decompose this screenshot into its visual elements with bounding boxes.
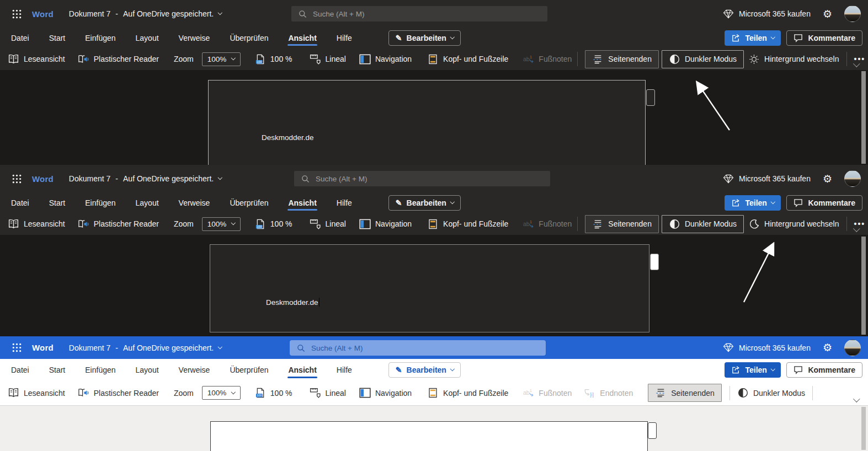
word-logo[interactable]: Word (32, 9, 54, 19)
zoom-100-button[interactable]: 100 100 % (254, 219, 292, 229)
scrollbar[interactable] (861, 407, 866, 450)
teilen-button[interactable]: Teilen (725, 362, 781, 378)
moon-icon (748, 219, 760, 229)
lineal-toggle[interactable]: Lineal (310, 54, 346, 65)
app-launcher-icon[interactable] (6, 336, 28, 359)
seitenenden-toggle[interactable]: Seitenenden (585, 50, 659, 68)
search-input[interactable]: Suche (Alt + M) (291, 6, 547, 22)
word-logo[interactable]: Word (32, 174, 54, 184)
menu-ueberpruefen[interactable]: Überprüfen (230, 359, 268, 380)
menu-einfuegen[interactable]: Einfügen (85, 359, 115, 380)
menu-einfuegen[interactable]: Einfügen (85, 192, 115, 213)
menu-ueberpruefen[interactable]: Überprüfen (230, 192, 268, 213)
hintergrund-wechseln-button[interactable]: Hintergrund wechseln (748, 219, 839, 229)
margin-comment-tab[interactable] (646, 89, 655, 106)
leseansicht-button[interactable]: Leseansicht (8, 388, 65, 398)
dunkler-modus-toggle[interactable]: Dunkler Modus (662, 50, 744, 68)
dunkler-modus-toggle[interactable]: Dunkler Modus (662, 215, 744, 233)
navigation-toggle[interactable]: Navigation (359, 54, 412, 65)
account-avatar[interactable] (844, 6, 861, 22)
dunkler-modus-button[interactable]: Dunkler Modus (737, 388, 805, 398)
seitenenden-toggle[interactable]: Seitenenden (648, 384, 722, 402)
half-circle-icon (669, 219, 680, 229)
menu-ansicht[interactable]: Ansicht (288, 359, 316, 380)
account-avatar[interactable] (844, 340, 861, 356)
hintergrund-wechseln-button[interactable]: Hintergrund wechseln (748, 54, 839, 65)
buy-m365-button[interactable]: Microsoft 365 kaufen (723, 9, 811, 19)
lineal-toggle[interactable]: Lineal (310, 388, 346, 398)
teilen-button[interactable]: Teilen (725, 30, 781, 46)
menu-hilfe[interactable]: Hilfe (337, 359, 352, 380)
kommentare-button[interactable]: Kommentare (786, 30, 862, 46)
account-avatar[interactable] (844, 170, 861, 187)
kopf-fusszeile-button[interactable]: Kopf- und Fußzeile (427, 388, 508, 398)
settings-gear-icon[interactable]: ⚙ (823, 9, 832, 19)
app-launcher-icon[interactable] (6, 0, 28, 28)
menu-start[interactable]: Start (49, 28, 66, 48)
kopf-fusszeile-button[interactable]: Kopf- und Fußzeile (427, 54, 508, 65)
scrollbar[interactable] (861, 71, 866, 164)
menu-datei[interactable]: Datei (11, 28, 29, 48)
bearbeiten-button[interactable]: ✎ Bearbeiten (388, 195, 461, 211)
lineal-toggle[interactable]: Lineal (310, 219, 346, 229)
bearbeiten-button[interactable]: ✎ Bearbeiten (388, 30, 461, 46)
menu-hilfe[interactable]: Hilfe (337, 192, 352, 213)
seitenenden-toggle[interactable]: Seitenenden (585, 215, 659, 233)
menu-ueberpruefen[interactable]: Überprüfen (230, 28, 268, 48)
scrollbar[interactable] (861, 237, 866, 335)
document-page[interactable]: Deskmodder.de (208, 80, 646, 165)
plastischer-reader-button[interactable]: Plastischer Reader (78, 219, 159, 229)
settings-gear-icon[interactable]: ⚙ (823, 342, 832, 353)
menu-layout[interactable]: Layout (136, 192, 159, 213)
document-title[interactable]: Dokument 7 - Auf OneDrive gespeichert. (69, 343, 222, 352)
document-page[interactable]: Deskmodder.de (210, 244, 649, 332)
collapse-ribbon-icon[interactable] (853, 395, 860, 402)
chevron-down-icon (218, 10, 222, 15)
zoom-100-button[interactable]: 100 100 % (254, 388, 292, 398)
document-title[interactable]: Dokument 7 - Auf OneDrive gespeichert. (69, 9, 222, 18)
navigation-toggle[interactable]: Navigation (359, 219, 412, 229)
word-logo[interactable]: Word (32, 343, 54, 352)
menu-start[interactable]: Start (49, 192, 66, 213)
zoom-100-button[interactable]: 100 100 % (254, 54, 292, 65)
word-window-dark-page: Word Dokument 7 - Auf OneDrive gespeiche… (0, 0, 868, 165)
search-input[interactable]: Suche (Alt + M) (294, 171, 550, 186)
settings-gear-icon[interactable]: ⚙ (823, 174, 832, 184)
menu-verweise[interactable]: Verweise (179, 28, 210, 48)
menu-datei[interactable]: Datei (11, 359, 29, 380)
bearbeiten-button[interactable]: ✎ Bearbeiten (388, 362, 461, 378)
app-launcher-icon[interactable] (6, 165, 28, 192)
margin-comment-tab[interactable] (650, 254, 659, 270)
menu-verweise[interactable]: Verweise (179, 359, 210, 380)
kopf-fusszeile-button[interactable]: Kopf- und Fußzeile (427, 219, 508, 229)
menu-layout[interactable]: Layout (136, 359, 159, 380)
zoom-dropdown[interactable]: 100% (202, 217, 241, 231)
document-page[interactable] (210, 421, 648, 451)
menu-ansicht[interactable]: Ansicht (288, 192, 316, 213)
teilen-button[interactable]: Teilen (725, 195, 781, 211)
margin-comment-tab[interactable] (648, 422, 657, 439)
zoom-label: Zoom (174, 55, 194, 63)
buy-m365-button[interactable]: Microsoft 365 kaufen (723, 174, 811, 184)
search-input[interactable]: Suche (Alt + M) (290, 340, 546, 356)
leseansicht-button[interactable]: Leseansicht (8, 54, 65, 65)
menu-ansicht[interactable]: Ansicht (288, 28, 316, 48)
plastischer-reader-button[interactable]: Plastischer Reader (78, 388, 159, 398)
menu-verweise[interactable]: Verweise (179, 192, 210, 213)
document-title[interactable]: Dokument 7 - Auf OneDrive gespeichert. (69, 174, 222, 183)
menu-einfuegen[interactable]: Einfügen (85, 28, 115, 48)
zoom-dropdown[interactable]: 100% (202, 52, 241, 66)
buy-m365-button[interactable]: Microsoft 365 kaufen (723, 343, 811, 352)
menu-layout[interactable]: Layout (136, 28, 159, 48)
menu-hilfe[interactable]: Hilfe (337, 28, 352, 48)
menu-datei[interactable]: Datei (11, 192, 29, 213)
kommentare-button[interactable]: Kommentare (786, 362, 862, 378)
kommentare-button[interactable]: Kommentare (786, 195, 862, 211)
leseansicht-button[interactable]: Leseansicht (8, 219, 65, 229)
svg-text:1: 1 (530, 220, 532, 224)
menu-start[interactable]: Start (49, 359, 66, 380)
plastischer-reader-button[interactable]: Plastischer Reader (78, 54, 159, 65)
share-icon (731, 34, 741, 42)
navigation-toggle[interactable]: Navigation (359, 388, 412, 398)
zoom-dropdown[interactable]: 100% (202, 386, 241, 400)
